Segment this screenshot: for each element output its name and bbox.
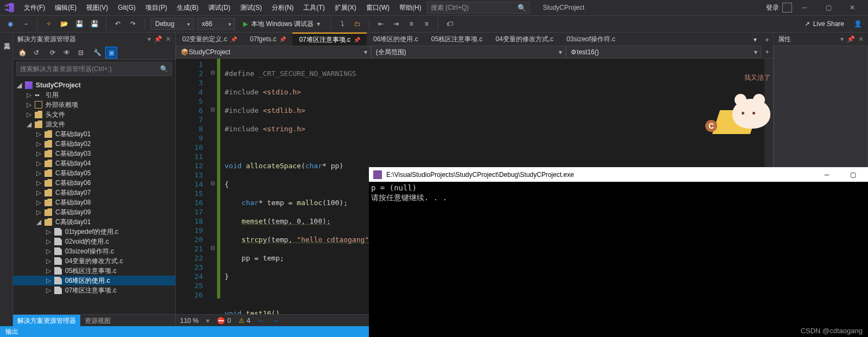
comment-icon[interactable]: ≡: [405, 18, 417, 30]
nav-left-icon[interactable]: ←: [258, 317, 264, 325]
console-maximize[interactable]: ▢: [842, 168, 864, 182]
folder-node[interactable]: ▷C基础day03: [13, 149, 175, 158]
nav-back-icon[interactable]: ◉: [4, 18, 16, 30]
liveshare-user-icon[interactable]: 👤: [852, 18, 864, 30]
file-node-selected[interactable]: ▷06堆区的使用.c: [13, 276, 175, 285]
doc-tab[interactable]: 06堆区的使用.c: [367, 33, 425, 46]
menu-git[interactable]: Git(G): [113, 2, 140, 14]
pin-icon[interactable]: 📌: [354, 37, 360, 43]
nav-right-icon[interactable]: →: [272, 317, 278, 325]
close-panel-icon[interactable]: ✕: [858, 35, 864, 43]
menu-tools[interactable]: 工具(T): [299, 1, 329, 15]
folder-node[interactable]: ▷C基础day06: [13, 178, 175, 188]
menu-project[interactable]: 项目(P): [141, 1, 171, 15]
project-node[interactable]: ◢StudyCProject: [13, 80, 175, 90]
open-icon[interactable]: 📂: [58, 18, 70, 30]
menu-build[interactable]: 生成(B): [173, 1, 203, 15]
redo-icon[interactable]: ↷: [127, 18, 139, 30]
config-combo[interactable]: Debug: [150, 18, 194, 30]
home-icon[interactable]: 🏠: [16, 47, 28, 59]
folder-node[interactable]: ▷C基础day07: [13, 188, 175, 198]
doc-tab[interactable]: 05栈区注意事项.c: [425, 33, 489, 46]
solution-tree[interactable]: ◢StudyCProject ▷▪▪引用 ▷外部依赖项 ▷头文件 ◢源文件 ▷C…: [13, 78, 175, 314]
file-node[interactable]: ▷04变量的修改方式.c: [13, 256, 175, 266]
minimize-button[interactable]: ─: [793, 0, 816, 15]
pin-icon[interactable]: 📌: [231, 36, 237, 42]
liveshare-button[interactable]: ↗Live Share: [805, 20, 844, 28]
history-icon[interactable]: ↺: [30, 47, 42, 59]
solution-tab[interactable]: 解决方案资源管理器: [13, 315, 80, 326]
doc-tab[interactable]: 04变量的修改方式.c: [489, 33, 560, 46]
folder-node[interactable]: ▷C基础day05: [13, 168, 175, 178]
pin-icon[interactable]: 📌: [847, 35, 855, 43]
toolbox-vtab[interactable]: 工具箱: [0, 33, 13, 326]
menu-analyze[interactable]: 分析(N): [267, 1, 298, 15]
menu-view[interactable]: 视图(V): [82, 1, 112, 15]
menu-ext[interactable]: 扩展(X): [330, 1, 361, 15]
dropdown-icon[interactable]: ▾: [840, 35, 844, 43]
properties-icon[interactable]: 🔧: [91, 47, 103, 59]
fold-margin[interactable]: ⊟⊟⊟⊟: [208, 59, 217, 314]
nav-split-icon[interactable]: ＋: [761, 46, 773, 58]
file-node[interactable]: ▷03sizeof操作符.c: [13, 246, 175, 256]
view-code-icon[interactable]: ▣: [105, 47, 117, 59]
start-debug-button[interactable]: ▶本地 Windows 调试器▾: [238, 18, 325, 30]
sync-icon[interactable]: ⟳: [47, 47, 59, 59]
folder-node[interactable]: ▷C基础day04: [13, 158, 175, 168]
doc-tab[interactable]: 03sizeof操作符.c: [560, 33, 622, 46]
menu-window[interactable]: 窗口(W): [362, 1, 394, 15]
external-deps-node[interactable]: ▷外部依赖项: [13, 100, 175, 110]
menu-debug[interactable]: 调试(D): [204, 1, 235, 15]
zoom-level[interactable]: 110 %: [180, 317, 199, 325]
close-panel-icon[interactable]: ✕: [165, 35, 171, 43]
global-search[interactable]: 搜索 (Ctrl+Q) 🔍: [427, 2, 530, 14]
save-icon[interactable]: 💾: [73, 18, 85, 30]
folder-node[interactable]: ▷C基础day02: [13, 139, 175, 149]
folder-icon[interactable]: 🗀: [352, 18, 363, 30]
file-node[interactable]: ▷07堆区注意事项.c: [13, 285, 175, 295]
warning-icon[interactable]: ⚠: [239, 317, 245, 325]
dropdown-icon[interactable]: ▾: [148, 35, 151, 43]
undo-icon[interactable]: ↶: [112, 18, 124, 30]
platform-combo[interactable]: x86: [197, 18, 235, 30]
maximize-button[interactable]: ▢: [817, 0, 840, 15]
pin-icon[interactable]: 📌: [154, 35, 162, 43]
file-node[interactable]: ▷05栈区注意事项.c: [13, 266, 175, 276]
references-node[interactable]: ▷▪▪引用: [13, 90, 175, 100]
tab-overflow-icon[interactable]: ▾: [749, 34, 761, 46]
console-minimize[interactable]: ─: [816, 168, 838, 182]
menu-edit[interactable]: 编辑(E): [50, 1, 81, 15]
nav-fwd-icon[interactable]: →: [20, 18, 31, 30]
bookmark-icon[interactable]: 🏷: [444, 18, 456, 30]
uncomment-icon[interactable]: ≡: [420, 18, 432, 30]
resource-view-tab[interactable]: 资源视图: [80, 315, 115, 326]
file-node[interactable]: ▷01typedef的使用.c: [13, 227, 175, 237]
collapse-icon[interactable]: ⊟: [75, 47, 87, 59]
folder-node[interactable]: ▷C基础day01: [13, 129, 175, 139]
signin-button[interactable]: 登录: [766, 3, 792, 12]
new-project-icon[interactable]: ✧: [43, 18, 55, 30]
pin-icon[interactable]: 📌: [279, 36, 286, 42]
menu-help[interactable]: 帮助(H): [395, 1, 426, 15]
folder-node[interactable]: ▷C基础day09: [13, 207, 175, 217]
doc-tab[interactable]: 02变量的定义.c📌: [176, 33, 244, 46]
file-node[interactable]: ▷02void的使用.c: [13, 237, 175, 246]
menu-file[interactable]: 文件(F): [20, 1, 49, 15]
tab-add-icon[interactable]: ＋: [761, 34, 773, 46]
doc-tab[interactable]: 07fgets.c📌: [244, 33, 293, 46]
headers-node[interactable]: ▷头文件: [13, 110, 175, 119]
error-icon[interactable]: ⛔: [217, 317, 225, 325]
nav-scope-combo[interactable]: (全局范围): [371, 46, 566, 59]
close-button[interactable]: ✕: [841, 0, 864, 15]
folder-node[interactable]: ▷C基础day08: [13, 198, 175, 207]
solution-search[interactable]: 搜索解决方案资源管理器(Ctrl+;) 🔍: [16, 62, 172, 76]
menu-test[interactable]: 测试(S): [236, 1, 266, 15]
sources-node[interactable]: ◢源文件: [13, 119, 175, 129]
save-all-icon[interactable]: 💾: [88, 18, 100, 30]
indent-in-icon[interactable]: ⇥: [390, 18, 402, 30]
step-over-icon[interactable]: ⤵: [336, 18, 348, 30]
doc-tab-active[interactable]: 07堆区注意事项.c📌: [292, 33, 367, 46]
indent-out-icon[interactable]: ⇤: [375, 18, 387, 30]
folder-node[interactable]: ◢C高级day01: [13, 217, 175, 227]
nav-project-combo[interactable]: 📦 StudyCProject: [176, 46, 371, 59]
